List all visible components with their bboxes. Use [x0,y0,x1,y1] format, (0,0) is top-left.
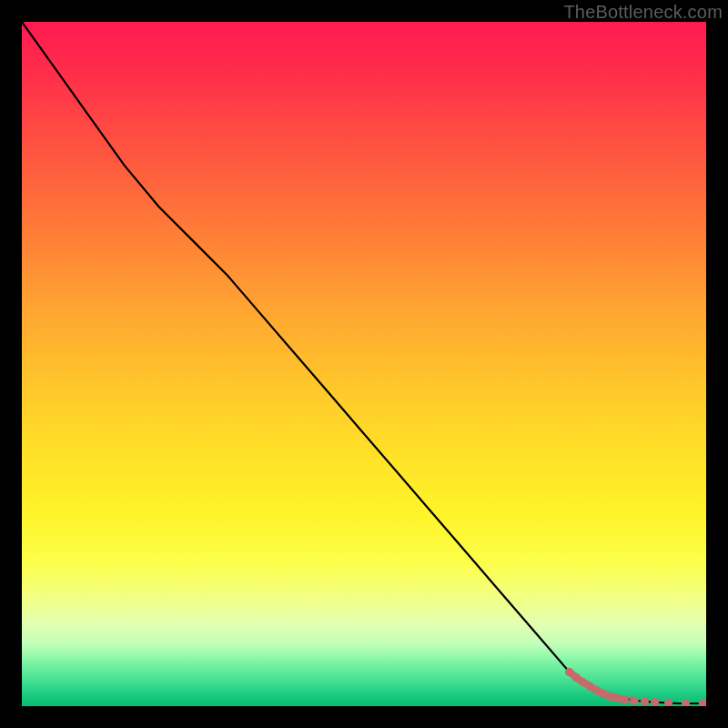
tail-dot [620,695,628,703]
plot-area [22,22,706,706]
chart-overlay [22,22,706,706]
tail-dot [572,673,581,682]
watermark-text: TheBottleneck.com [563,2,723,23]
tail-dot [641,697,649,705]
curve-tail-dots [565,668,706,706]
bottleneck-curve [22,22,706,703]
tail-dot [565,668,573,676]
tail-dot [651,698,659,706]
chart-stage: TheBottleneck.com [0,0,728,728]
tail-dot [630,696,638,704]
